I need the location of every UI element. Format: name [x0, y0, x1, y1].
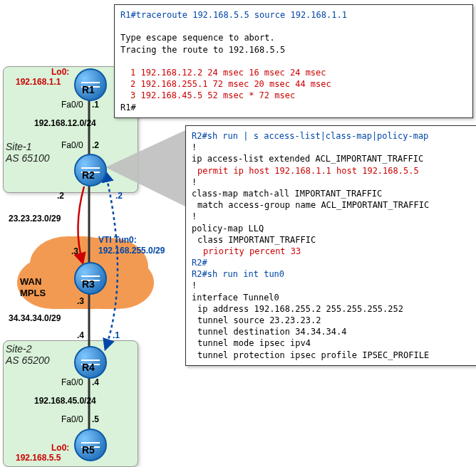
net34: 34.34.34.0/29	[9, 313, 61, 323]
t1-prompt: R1#	[120, 10, 136, 20]
r1-lo0-key: Lo0:	[51, 67, 69, 77]
t2-acl1: ip access-list extended ACL_IMPORTANT_TR…	[192, 153, 474, 164]
site1-name: Site-1	[6, 141, 32, 152]
t2-tun3: tunnel source 23.23.23.2	[192, 315, 474, 326]
r5-lo0-ip: 192.168.5.5	[16, 453, 61, 463]
router-r5-label: R5	[82, 444, 95, 456]
r2-fa00-top: Fa0/0	[61, 140, 83, 150]
site2-as: AS 65200	[6, 355, 50, 366]
t2-pmap1: policy-map LLQ	[192, 223, 474, 234]
tun-dot1: .1	[113, 330, 120, 340]
r4-fa00-bot: Fa0/0	[61, 377, 83, 387]
net45: 192.168.45.0/24	[34, 396, 96, 406]
t1-hop1: 1 192.168.12.2 24 msec 16 msec 24 msec	[120, 67, 467, 78]
r4-ip-top: .4	[77, 330, 84, 340]
r3-ip-top: .3	[71, 246, 78, 256]
t2-prompt1: R2#	[192, 131, 207, 141]
r2-ip-top: .2	[92, 140, 99, 150]
vti-net: 192.168.255.0/29	[98, 246, 165, 256]
r5-lo0-key: Lo0:	[51, 443, 69, 453]
t2-prompt2: R2#	[192, 269, 207, 279]
r1-ip-suffix: .1	[92, 100, 99, 110]
t1-end: R1#	[120, 102, 467, 113]
net12: 192.168.12.0/24	[34, 118, 96, 128]
t2-end1: R2#	[192, 257, 474, 268]
terminal-r1-traceroute: R1#traceroute 192.168.5.5 source 192.168…	[114, 4, 473, 118]
wan-label-2: MPLS	[20, 288, 46, 298]
net23: 23.23.23.0/29	[9, 214, 61, 224]
r5-fa00: Fa0/0	[61, 414, 83, 424]
t2-tun6: tunnel protection ipsec profile IPSEC_PR…	[192, 350, 474, 361]
t2-cmap2: match access-group name ACL_IMPORTANT_TR…	[192, 199, 474, 211]
router-r4-label: R4	[82, 362, 95, 373]
t1-escape: Type escape sequence to abort.	[120, 32, 467, 43]
terminal-r2-config: R2#sh run | s access-list|class-map|poli…	[185, 125, 476, 366]
r5-ip-top: .5	[92, 414, 99, 424]
t2-cmap1: class-map match-all IMPORTANT_TRAFFIC	[192, 188, 474, 199]
r4-ip-bot: .4	[92, 377, 99, 387]
t2-tun4: tunnel destination 34.34.34.4	[192, 326, 474, 337]
router-r1-label: R1	[82, 84, 95, 95]
t2-pmap2: class IMPORTANT_TRAFFIC	[192, 234, 474, 246]
t2-cmd2: sh run int tun0	[207, 269, 284, 279]
t1-hop3: 3 192.168.45.5 52 msec * 72 msec	[120, 90, 467, 101]
r1-lo0-ip: 192.168.1.1	[16, 77, 61, 87]
vti-key: VTI Tun0:	[98, 235, 137, 245]
t1-hop2: 2 192.168.255.1 72 msec 20 msec 44 msec	[120, 78, 467, 90]
r2-ip-bot: .2	[57, 191, 64, 201]
t1-cmd: traceroute 192.168.5.5 source 192.168.1.…	[136, 10, 347, 20]
r1-fa00: Fa0/0	[61, 100, 83, 110]
t2-pmap3: priority percent 33	[192, 246, 474, 257]
t1-tracing: Tracing the route to 192.168.5.5	[120, 44, 467, 56]
site1-as: AS 65100	[6, 152, 50, 164]
t2-acl2: permit ip host 192.168.1.1 host 192.168.…	[192, 165, 474, 177]
t2-tun2: ip address 192.168.255.2 255.255.255.252	[192, 303, 474, 315]
t2-tun5: tunnel mode ipsec ipv4	[192, 337, 474, 349]
router-r2-label: R2	[82, 169, 95, 181]
r3-ip-bot: .3	[77, 296, 84, 306]
t2-tun1: interface Tunnel0	[192, 292, 474, 303]
router-r3-label: R3	[82, 278, 95, 290]
wan-label-1: WAN	[20, 276, 41, 287]
tun-dot2: .2	[115, 191, 123, 201]
t2-cmd1: sh run | s access-list|class-map|policy-…	[207, 131, 429, 141]
site2-name: Site-2	[6, 343, 32, 355]
